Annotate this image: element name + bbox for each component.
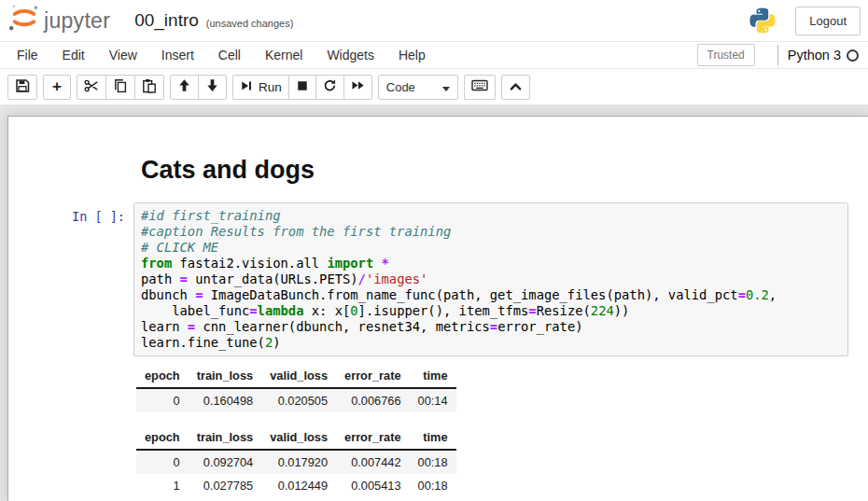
column-header: time	[410, 425, 456, 450]
code-line: #id first_training	[141, 208, 841, 224]
cell-value: 0.012449	[261, 474, 336, 497]
kernel-idle-circle-icon	[847, 49, 859, 62]
menu-widgets[interactable]: Widgets	[315, 42, 386, 68]
cell-value: 0.006766	[336, 388, 409, 412]
copy-cell-button[interactable]	[105, 75, 135, 100]
column-header: error_rate	[336, 364, 409, 388]
menu-cell[interactable]: Cell	[206, 42, 253, 68]
interrupt-kernel-button[interactable]	[288, 75, 316, 100]
menu-help[interactable]: Help	[386, 42, 438, 68]
kernel-divider	[777, 45, 778, 65]
notebook-title[interactable]: 00_intro	[134, 10, 199, 31]
code-token: from	[141, 256, 172, 271]
step-forward-icon	[240, 79, 253, 95]
cell-value: 0.017920	[261, 450, 336, 474]
markdown-heading: Cats and dogs	[141, 156, 868, 185]
cell-value: 0.160498	[189, 388, 261, 412]
insert-cell-below-button[interactable]: +	[43, 75, 71, 100]
header: jupyter 00_intro (unsaved changes) Logou…	[0, 0, 868, 104]
jupyter-logo[interactable]: jupyter	[7, 2, 110, 39]
code-token: fastai2.vision.all	[172, 256, 327, 271]
code-token: =	[180, 271, 188, 286]
logout-button[interactable]: Logout	[795, 7, 861, 35]
plus-icon: +	[52, 78, 62, 94]
cell-value: 0.007442	[336, 450, 409, 474]
move-cell-up-button[interactable]	[170, 75, 199, 100]
checkpoint-status: (unsaved changes)	[206, 18, 294, 29]
code-token: 2	[265, 335, 273, 350]
cell-type-select[interactable]: Code	[378, 75, 458, 100]
code-token: 0.2	[746, 287, 769, 302]
column-header: epoch	[136, 364, 189, 388]
code-token: x: x[	[303, 303, 350, 318]
jupyter-logo-text: jupyter	[44, 8, 110, 34]
cell-value: 0.020505	[261, 388, 336, 412]
code-token: =	[249, 303, 257, 318]
paste-cell-button[interactable]	[134, 75, 164, 100]
code-token: =	[490, 319, 497, 334]
cut-cell-button[interactable]	[77, 75, 106, 100]
code-token	[373, 256, 381, 271]
markdown-cell[interactable]: Cats and dogs	[141, 156, 868, 185]
code-line: label_func=lambda x: x[0].isupper(), ite…	[141, 303, 841, 319]
restart-kernel-button[interactable]	[315, 75, 344, 100]
code-line: from fastai2.vision.all import *	[141, 256, 841, 271]
code-token: =	[188, 319, 195, 334]
run-cell-button[interactable]: Run	[232, 75, 289, 100]
menubar: File Edit View Insert Cell Kernel Widget…	[0, 41, 868, 69]
code-token: untar_data(URLs.PETS)	[188, 271, 358, 286]
toggle-header-button[interactable]	[501, 75, 530, 100]
code-token: path	[141, 271, 180, 286]
command-palette-button[interactable]	[464, 75, 496, 100]
run-button-label: Run	[259, 80, 282, 94]
menu-insert[interactable]: Insert	[149, 42, 206, 68]
table-row: 00.1604980.0205050.00676600:14	[136, 388, 456, 412]
code-token: ))	[614, 303, 630, 318]
input-prompt: In [ ]:	[8, 202, 133, 356]
code-token: =	[738, 287, 746, 302]
chevron-up-icon	[509, 80, 523, 94]
column-header: train_loss	[189, 364, 261, 388]
save-button[interactable]	[7, 75, 37, 100]
training-results-table-2: epochtrain_lossvalid_losserror_ratetime0…	[136, 425, 456, 497]
toolbar: +	[0, 69, 868, 104]
trusted-button[interactable]: Trusted	[697, 44, 755, 66]
table-header-row: epochtrain_lossvalid_losserror_ratetime	[136, 364, 456, 388]
table-row: 00.0927040.0179200.00744200:18	[136, 450, 456, 474]
column-header: error_rate	[336, 425, 409, 450]
copy-icon	[113, 78, 128, 96]
code-token: #id first_training	[141, 208, 281, 223]
restart-run-all-button[interactable]	[343, 75, 372, 100]
column-header: time	[410, 364, 456, 388]
arrow-up-icon	[177, 78, 191, 95]
code-token: ImageDataBunch.from_name_func(path, get_…	[203, 287, 737, 302]
move-cell-down-button[interactable]	[198, 75, 227, 100]
cell-value: 0.005413	[336, 474, 409, 497]
code-line: learn.fine_tune(2)	[141, 335, 841, 351]
menu-list: File Edit View Insert Cell Kernel Widget…	[5, 42, 438, 68]
code-token: import	[327, 256, 373, 271]
cut-icon	[84, 78, 99, 96]
code-token: Resize(	[537, 303, 591, 318]
table-header-row: epochtrain_lossvalid_losserror_ratetime	[136, 425, 456, 450]
fast-forward-icon	[351, 78, 365, 95]
column-header: train_loss	[189, 425, 261, 450]
notebook-area: Cats and dogs In [ ]: #id first_training…	[0, 104, 868, 501]
code-cell[interactable]: In [ ]: #id first_training#caption Resul…	[8, 202, 868, 356]
cell-value: 00:18	[410, 450, 456, 474]
cell-value: 1	[136, 474, 189, 497]
table-row: 10.0277850.0124490.00541300:18	[136, 474, 456, 497]
code-token: lambda	[258, 303, 304, 318]
code-token: *	[382, 256, 389, 271]
title-row: jupyter 00_intro (unsaved changes) Logou…	[0, 0, 868, 41]
code-token: learn	[141, 319, 188, 334]
code-token: )	[273, 335, 280, 350]
cell-value: 0.092704	[189, 450, 261, 474]
code-token: dbunch	[141, 287, 195, 302]
menu-file[interactable]: File	[5, 42, 50, 68]
menu-kernel[interactable]: Kernel	[253, 42, 315, 68]
notebook-paper: Cats and dogs In [ ]: #id first_training…	[7, 116, 868, 501]
menu-edit[interactable]: Edit	[50, 42, 97, 68]
code-editor[interactable]: #id first_training#caption Results from …	[133, 202, 848, 356]
menu-view[interactable]: View	[97, 42, 149, 68]
